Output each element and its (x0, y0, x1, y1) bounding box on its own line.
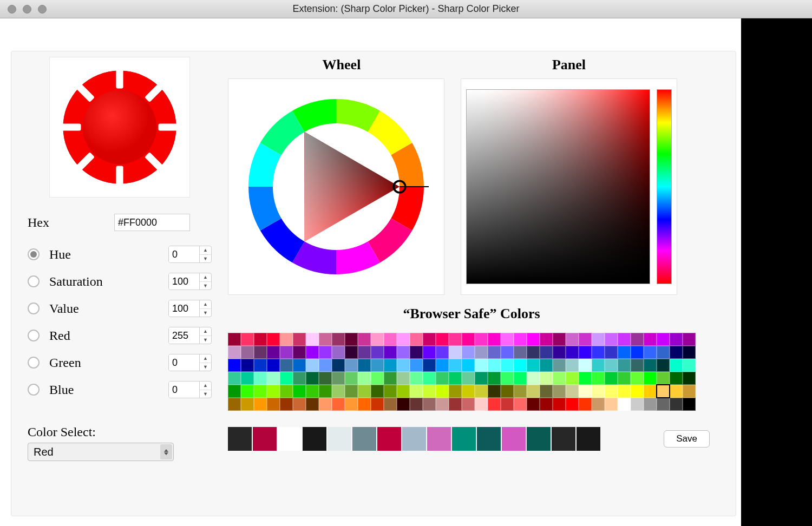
spinner-up-green[interactable]: ▲ (200, 354, 211, 363)
swatch[interactable] (449, 385, 462, 398)
swatch[interactable] (423, 333, 436, 346)
swatch[interactable] (280, 346, 293, 359)
swatch[interactable] (475, 385, 488, 398)
swatch[interactable] (488, 372, 501, 385)
swatch[interactable] (592, 398, 605, 411)
swatch[interactable] (280, 333, 293, 346)
swatch[interactable] (371, 346, 384, 359)
swatch[interactable] (423, 359, 436, 372)
radio-saturation[interactable] (28, 275, 40, 287)
swatch[interactable] (371, 385, 384, 398)
swatch[interactable] (371, 333, 384, 346)
swatch[interactable] (254, 359, 267, 372)
swatch[interactable] (254, 333, 267, 346)
swatch[interactable] (228, 359, 241, 372)
spinner-up-blue[interactable]: ▲ (200, 382, 211, 390)
swatch[interactable] (644, 333, 657, 346)
swatch[interactable] (631, 333, 644, 346)
swatch[interactable] (553, 359, 566, 372)
swatch[interactable] (241, 346, 254, 359)
swatch[interactable] (254, 372, 267, 385)
swatch[interactable] (410, 359, 423, 372)
swatch[interactable] (241, 372, 254, 385)
swatch[interactable] (553, 333, 566, 346)
spinner-down-hue[interactable]: ▼ (200, 255, 211, 263)
swatch[interactable] (241, 333, 254, 346)
swatch[interactable] (358, 372, 371, 385)
spinner-down-blue[interactable]: ▼ (200, 390, 211, 398)
spinner-red[interactable]: ▲▼ (168, 327, 212, 344)
swatch[interactable] (592, 333, 605, 346)
swatch[interactable] (488, 359, 501, 372)
swatch[interactable] (488, 333, 501, 346)
spinner-input-saturation[interactable] (169, 273, 199, 290)
swatch[interactable] (618, 346, 631, 359)
spinner-up-red[interactable]: ▲ (200, 327, 211, 336)
swatch[interactable] (488, 346, 501, 359)
swatch[interactable] (618, 359, 631, 372)
swatch[interactable] (358, 359, 371, 372)
spinner-value[interactable]: ▲▼ (168, 300, 212, 317)
swatch[interactable] (514, 398, 527, 411)
swatch[interactable] (306, 346, 319, 359)
swatch[interactable] (423, 385, 436, 398)
swatch[interactable] (501, 385, 514, 398)
swatch[interactable] (540, 398, 553, 411)
swatch[interactable] (436, 346, 449, 359)
swatch[interactable] (306, 372, 319, 385)
swatch[interactable] (657, 346, 670, 359)
spinner-input-value[interactable] (169, 300, 199, 317)
recent-swatch[interactable] (452, 427, 476, 451)
swatch[interactable] (397, 385, 410, 398)
swatch[interactable] (267, 385, 280, 398)
swatch[interactable] (644, 372, 657, 385)
recent-swatch[interactable] (402, 427, 426, 451)
swatch[interactable] (488, 385, 501, 398)
swatch[interactable] (592, 372, 605, 385)
swatch[interactable] (345, 346, 358, 359)
swatch[interactable] (228, 346, 241, 359)
swatch[interactable] (618, 398, 631, 411)
swatch[interactable] (657, 398, 670, 411)
swatch[interactable] (332, 346, 345, 359)
swatch[interactable] (527, 346, 540, 359)
spinner-blue[interactable]: ▲▼ (168, 381, 212, 398)
swatch[interactable] (566, 346, 579, 359)
swatch[interactable] (475, 346, 488, 359)
swatch[interactable] (540, 372, 553, 385)
swatch[interactable] (553, 346, 566, 359)
swatch[interactable] (566, 385, 579, 398)
swatch[interactable] (358, 398, 371, 411)
swatch[interactable] (384, 333, 397, 346)
swatch[interactable] (267, 333, 280, 346)
swatch[interactable] (384, 346, 397, 359)
swatch[interactable] (657, 333, 670, 346)
swatch[interactable] (384, 372, 397, 385)
swatch[interactable] (592, 359, 605, 372)
swatch[interactable] (462, 333, 475, 346)
recent-swatch[interactable] (427, 427, 451, 451)
swatch[interactable] (475, 398, 488, 411)
spinner-green[interactable]: ▲▼ (168, 354, 212, 371)
swatch[interactable] (657, 385, 670, 398)
swatch[interactable] (228, 398, 241, 411)
swatch[interactable] (319, 333, 332, 346)
swatch[interactable] (280, 372, 293, 385)
swatch[interactable] (228, 333, 241, 346)
swatch[interactable] (514, 359, 527, 372)
swatch[interactable] (631, 346, 644, 359)
swatch[interactable] (657, 372, 670, 385)
window-minimize-button[interactable] (23, 5, 31, 14)
swatch[interactable] (553, 398, 566, 411)
swatch[interactable] (683, 333, 696, 346)
swatch[interactable] (670, 398, 683, 411)
swatch[interactable] (423, 346, 436, 359)
swatch[interactable] (319, 372, 332, 385)
spinner-up-value[interactable]: ▲ (200, 300, 211, 309)
swatch[interactable] (397, 359, 410, 372)
swatch[interactable] (566, 372, 579, 385)
spinner-input-hue[interactable] (169, 246, 199, 262)
swatch[interactable] (449, 372, 462, 385)
swatch[interactable] (631, 372, 644, 385)
swatch[interactable] (488, 398, 501, 411)
